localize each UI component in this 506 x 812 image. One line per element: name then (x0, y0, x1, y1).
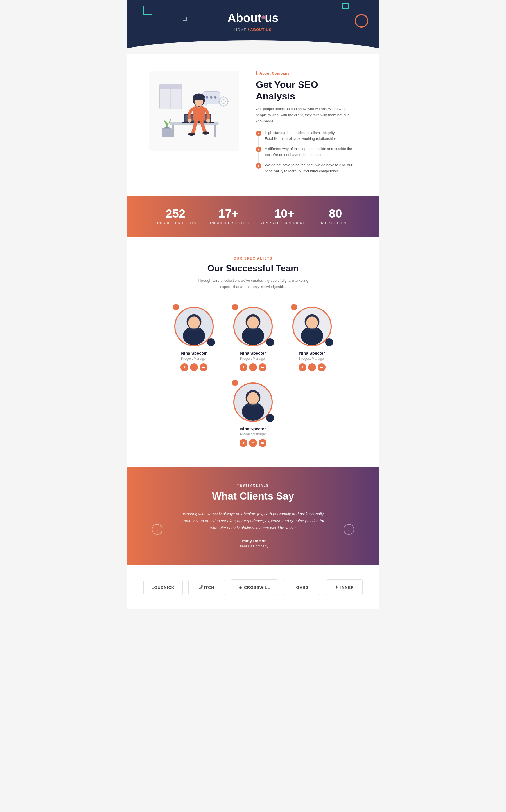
svg-point-13 (210, 96, 213, 98)
team-name-4: Nina Specter (228, 426, 278, 431)
svg-point-22 (202, 131, 209, 135)
linkedin-btn-2[interactable]: in (259, 363, 266, 371)
team-avatar-3 (291, 304, 333, 346)
twitter-btn-4[interactable]: t (249, 439, 257, 447)
logo-gabo-text: GAB0 (296, 585, 308, 590)
facebook-btn-4[interactable]: f (240, 439, 247, 447)
team-role-4: Progect Manager (228, 432, 278, 436)
svg-rect-5 (172, 125, 174, 137)
svg-point-21 (188, 133, 195, 136)
svg-rect-6 (214, 125, 216, 137)
deco-circle-pink (355, 14, 368, 27)
team-avatar-2 (232, 304, 274, 346)
logo-crosswill: ◈ CROSSWILL (231, 579, 278, 595)
team-role-2: Progect Manager (228, 357, 278, 360)
stat-number-4: 80 (319, 207, 351, 220)
logo-pitch-text: ITCH (204, 585, 215, 590)
team-avatar-1 (173, 304, 215, 346)
social-icons-2: f t in (228, 363, 278, 371)
svg-rect-23 (193, 107, 205, 121)
stats-section: 252 FINISHED PROJECTS 17+ FINISHED PROJE… (126, 196, 380, 237)
deco-square-teal (143, 6, 152, 15)
svg-point-29 (193, 94, 205, 101)
svg-point-16 (222, 99, 226, 104)
team-role-3: Progect Manager (287, 357, 337, 360)
about-illustration (149, 71, 239, 151)
facebook-btn-1[interactable]: f (180, 363, 188, 371)
deco-square-sm (183, 17, 187, 21)
team-card-1: Nina Specter Progect Manager f t in (169, 304, 219, 371)
bullet-icon-3: ♥ (256, 163, 261, 168)
illustration-svg (155, 77, 233, 146)
bullet-item-3: ♥ We do not have to be the best, we do h… (256, 162, 357, 174)
testimonial-role: Client Of Company (169, 544, 337, 548)
team-name-1: Nina Specter (169, 351, 219, 355)
team-title: Our Successful Team (143, 263, 363, 274)
linkedin-btn-3[interactable]: in (318, 363, 326, 371)
bullet-text-3: We do not have to be the best, we do hav… (265, 162, 357, 174)
testimonials-tag: TESTIMONIALS (149, 483, 357, 487)
svg-marker-11 (204, 104, 208, 107)
about-section: About Company Get Your SEO Analysis Our … (126, 54, 380, 196)
deco-square-teal2 (342, 3, 349, 9)
svg-point-15 (219, 97, 228, 106)
social-icons-4: f t in (228, 439, 278, 447)
team-card-4: Nina Specter Progect Manager f t in (228, 380, 278, 447)
twitter-btn-1[interactable]: t (190, 363, 198, 371)
stat-number-3: 10+ (261, 207, 308, 220)
team-role-1: Progect Manager (169, 357, 219, 360)
breadcrumb-home[interactable]: HOME (235, 27, 247, 32)
stat-label-3: YEARS OF EXPERIENCE (261, 221, 308, 225)
social-icons-3: f t in (287, 363, 337, 371)
about-description: Our people define us and show who we are… (256, 106, 357, 124)
twitter-btn-2[interactable]: t (249, 363, 257, 371)
bullet-text-1: High standards of professionalism, integ… (265, 130, 357, 142)
team-card-2: Nina Specter Progect Manager f t in (228, 304, 278, 371)
svg-point-25 (206, 119, 210, 123)
facebook-btn-3[interactable]: f (299, 363, 307, 371)
testimonial-container: ‹ "Working with Reuss is always an absol… (169, 511, 337, 549)
stat-number-1: 252 (155, 207, 196, 220)
logo-loudnick: LOUDNICK (143, 580, 183, 595)
facebook-btn-2[interactable]: f (240, 363, 247, 371)
logo-crosswill-text: CROSSWILL (244, 585, 270, 590)
testimonial-author: Emmy Barton (169, 538, 337, 543)
twitter-btn-3[interactable]: t (308, 363, 316, 371)
stat-item-3: 10+ YEARS OF EXPERIENCE (261, 207, 308, 225)
avatar-deco-top-2 (232, 304, 238, 310)
svg-point-14 (214, 96, 217, 98)
page-title: About us (132, 11, 374, 25)
svg-point-34 (188, 316, 199, 329)
next-button[interactable]: › (343, 524, 354, 535)
about-content: About Company Get Your SEO Analysis Our … (256, 71, 357, 179)
team-grid: Nina Specter Progect Manager f t in (143, 304, 363, 447)
bullet-icon-1: ♥ (256, 131, 261, 136)
stat-label-2: FINISHED PROJECTS (207, 221, 249, 225)
breadcrumb: HOME / ABOUT US (132, 27, 374, 32)
about-label: About Company (256, 71, 357, 75)
hero-header: About us HOME / ABOUT US (126, 0, 380, 54)
prev-button[interactable]: ‹ (152, 524, 163, 535)
linkedin-btn-4[interactable]: in (259, 439, 266, 447)
svg-rect-30 (162, 129, 172, 137)
svg-rect-1 (160, 84, 182, 89)
svg-point-49 (247, 392, 259, 405)
logo-pitch-icon: 𝒫 (199, 585, 202, 590)
bullet-icon-2: ♥ (256, 147, 261, 152)
stat-item-1: 252 FINISHED PROJECTS (155, 207, 196, 225)
stat-item-2: 17+ FINISHED PROJECTS (207, 207, 249, 225)
testimonials-title: What Clients Say (149, 490, 357, 502)
svg-rect-40 (247, 328, 259, 330)
wave-bottom (126, 40, 380, 54)
avatar-deco-bot-4 (266, 414, 274, 422)
stat-item-4: 80 HAPPY CLIENTS (319, 207, 351, 225)
testimonial-quote: "Working with Reuss is always an absolut… (180, 511, 326, 532)
team-section: OUR SPECIALISTS Our Successful Team Thro… (126, 237, 380, 467)
bullet-item-1: ♥ High standards of professionalism, int… (256, 130, 357, 142)
team-name-2: Nina Specter (228, 351, 278, 355)
avatar-deco-top-1 (173, 304, 179, 310)
bullet-item-2: ♥ A different way of thinking, both insi… (256, 146, 357, 158)
linkedin-btn-1[interactable]: in (199, 363, 207, 371)
logo-loudnick-text: LOUDNICK (152, 585, 175, 590)
svg-rect-45 (306, 328, 318, 330)
